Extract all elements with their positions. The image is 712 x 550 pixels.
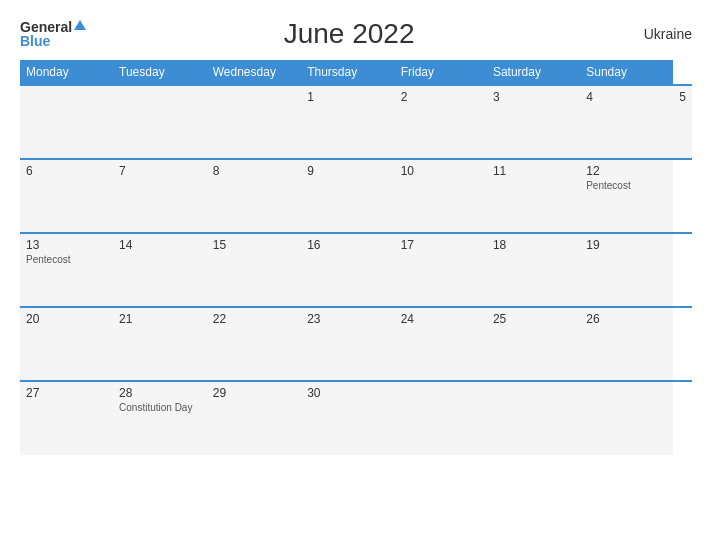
calendar-cell: 14: [113, 233, 207, 307]
calendar-week-row: 12345: [20, 85, 692, 159]
day-number: 10: [401, 164, 481, 178]
calendar-cell: [207, 85, 301, 159]
calendar-cell: 21: [113, 307, 207, 381]
calendar-week-row: 13Pentecost141516171819: [20, 233, 692, 307]
calendar-cell: 24: [395, 307, 487, 381]
day-number: 11: [493, 164, 574, 178]
calendar-cell: 18: [487, 233, 580, 307]
day-number: 13: [26, 238, 107, 252]
day-event: Pentecost: [586, 180, 667, 191]
calendar-cell: 13Pentecost: [20, 233, 113, 307]
calendar-cell: 19: [580, 233, 673, 307]
day-number: 4: [586, 90, 667, 104]
calendar-cell: 9: [301, 159, 394, 233]
calendar-cell: 3: [487, 85, 580, 159]
calendar-header-tuesday: Tuesday: [113, 60, 207, 85]
page: General Blue June 2022 Ukraine MondayTue…: [0, 0, 712, 550]
calendar-cell: [487, 381, 580, 455]
calendar-cell: 10: [395, 159, 487, 233]
day-number: 6: [26, 164, 107, 178]
day-number: 25: [493, 312, 574, 326]
logo-blue-text: Blue: [20, 34, 50, 48]
day-number: 27: [26, 386, 107, 400]
day-number: 12: [586, 164, 667, 178]
day-number: 8: [213, 164, 295, 178]
calendar-cell: 1: [301, 85, 394, 159]
day-number: 29: [213, 386, 295, 400]
calendar-cell: 2: [395, 85, 487, 159]
calendar-table: MondayTuesdayWednesdayThursdayFridaySatu…: [20, 60, 692, 455]
calendar-week-row: 2728Constitution Day2930: [20, 381, 692, 455]
calendar-cell: 15: [207, 233, 301, 307]
calendar-cell: 25: [487, 307, 580, 381]
calendar-cell: 22: [207, 307, 301, 381]
calendar-cell: 4: [580, 85, 673, 159]
calendar-header-row: MondayTuesdayWednesdayThursdayFridaySatu…: [20, 60, 692, 85]
calendar-cell: 30: [301, 381, 394, 455]
day-number: 5: [679, 90, 686, 104]
day-event: Pentecost: [26, 254, 107, 265]
day-number: 20: [26, 312, 107, 326]
day-number: 19: [586, 238, 667, 252]
day-number: 21: [119, 312, 201, 326]
calendar-cell: [20, 85, 113, 159]
day-number: 1: [307, 90, 388, 104]
logo-general-text: General: [20, 20, 72, 34]
day-number: 23: [307, 312, 388, 326]
day-number: 3: [493, 90, 574, 104]
calendar-header-sunday: Sunday: [580, 60, 673, 85]
calendar-header-monday: Monday: [20, 60, 113, 85]
calendar-week-row: 6789101112Pentecost: [20, 159, 692, 233]
calendar-cell: 29: [207, 381, 301, 455]
country-label: Ukraine: [612, 26, 692, 42]
day-number: 28: [119, 386, 201, 400]
day-event: Constitution Day: [119, 402, 201, 413]
calendar-cell: [580, 381, 673, 455]
day-number: 30: [307, 386, 388, 400]
calendar-cell: 23: [301, 307, 394, 381]
day-number: 26: [586, 312, 667, 326]
day-number: 15: [213, 238, 295, 252]
calendar-header-saturday: Saturday: [487, 60, 580, 85]
logo-triangle-icon: [74, 20, 86, 30]
calendar-cell: 7: [113, 159, 207, 233]
calendar-cell: 27: [20, 381, 113, 455]
header: General Blue June 2022 Ukraine: [20, 18, 692, 50]
calendar-cell: 26: [580, 307, 673, 381]
calendar-cell: [395, 381, 487, 455]
calendar-cell: 28Constitution Day: [113, 381, 207, 455]
day-number: 7: [119, 164, 201, 178]
logo: General Blue: [20, 20, 86, 48]
calendar-cell: 11: [487, 159, 580, 233]
calendar-cell: 8: [207, 159, 301, 233]
day-number: 9: [307, 164, 388, 178]
calendar-header-friday: Friday: [395, 60, 487, 85]
day-number: 22: [213, 312, 295, 326]
calendar-week-row: 20212223242526: [20, 307, 692, 381]
calendar-cell: 20: [20, 307, 113, 381]
calendar-cell: 6: [20, 159, 113, 233]
calendar-cell: 16: [301, 233, 394, 307]
calendar-header-thursday: Thursday: [301, 60, 394, 85]
calendar-cell: 12Pentecost: [580, 159, 673, 233]
calendar-cell: [113, 85, 207, 159]
page-title: June 2022: [86, 18, 612, 50]
calendar-header-wednesday: Wednesday: [207, 60, 301, 85]
day-number: 2: [401, 90, 481, 104]
calendar-cell: 5: [673, 85, 692, 159]
day-number: 24: [401, 312, 481, 326]
day-number: 18: [493, 238, 574, 252]
day-number: 14: [119, 238, 201, 252]
day-number: 17: [401, 238, 481, 252]
calendar-cell: 17: [395, 233, 487, 307]
day-number: 16: [307, 238, 388, 252]
